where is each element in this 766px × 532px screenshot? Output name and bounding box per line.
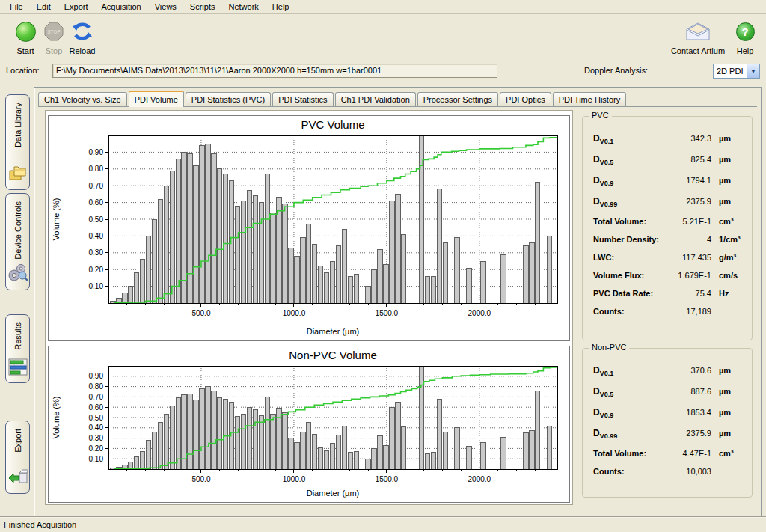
svg-text:0.20: 0.20 bbox=[89, 444, 104, 453]
tab-pdi-volume[interactable]: PDI Volume bbox=[129, 91, 184, 107]
stat-value: 5.21E-1 bbox=[664, 217, 711, 226]
sidebar-button-data-library[interactable]: Data Library bbox=[5, 94, 30, 190]
doppler-analysis-value: 2D PDI bbox=[714, 64, 747, 78]
chevron-down-icon[interactable]: ▼ bbox=[747, 64, 759, 78]
svg-text:0.10: 0.10 bbox=[89, 455, 104, 463]
stat-value: 2375.9 bbox=[664, 429, 711, 438]
stat-value: 117.435 bbox=[664, 253, 711, 262]
menu-item-help[interactable]: Help bbox=[266, 1, 296, 13]
doppler-analysis-dropdown[interactable]: 2D PDI ▼ bbox=[713, 64, 760, 79]
start-icon bbox=[16, 22, 36, 42]
svg-text:0.20: 0.20 bbox=[89, 266, 104, 274]
stat-unit: µm bbox=[711, 366, 747, 375]
stat-label-d: DV0.1 bbox=[593, 365, 613, 376]
tab-pdi-statistics[interactable]: PDI Statistics bbox=[272, 92, 333, 106]
location-path-field[interactable]: F:\My Documents\AIMS Data\2013\2013\11\2… bbox=[52, 64, 497, 78]
svg-text:2000.0: 2000.0 bbox=[468, 309, 491, 317]
svg-text:1500.0: 1500.0 bbox=[376, 475, 399, 483]
menu-item-acquisition[interactable]: Acquisition bbox=[95, 1, 148, 13]
stat-unit: cm³ bbox=[711, 449, 747, 458]
stat-label: DV0.5 bbox=[593, 154, 664, 166]
svg-text:0.90: 0.90 bbox=[89, 148, 104, 156]
stat-row: DV0.91853.4µm bbox=[593, 407, 747, 428]
stat-value: 75.4 bbox=[664, 289, 711, 298]
pvc-volume-chart: 0.100.200.300.400.500.600.700.800.90500.… bbox=[49, 116, 569, 340]
groupbox-rows: DV0.1342.3µmDV0.5825.4µmDV0.91794.1µmDV0… bbox=[593, 133, 747, 325]
non-pvc-volume-chart-panel: 0.100.200.300.400.500.600.700.800.90500.… bbox=[48, 346, 570, 503]
help-label: Help bbox=[737, 46, 754, 55]
stat-unit: µm bbox=[711, 387, 747, 396]
svg-text:0.70: 0.70 bbox=[89, 182, 104, 190]
svg-text:1000.0: 1000.0 bbox=[283, 475, 306, 483]
location-label: Location: bbox=[6, 66, 40, 75]
groupbox-non-pvc: Non-PVCDV0.1370.6µmDV0.5887.6µmDV0.91853… bbox=[582, 348, 753, 498]
stat-value: 10,003 bbox=[664, 467, 711, 476]
folders-icon bbox=[7, 164, 28, 183]
menu-item-edit[interactable]: Edit bbox=[30, 1, 58, 13]
stat-row: Number Density:41/cm³ bbox=[593, 235, 747, 253]
contact-artium-label: Contact Artium bbox=[671, 46, 725, 55]
svg-text:0.30: 0.30 bbox=[89, 434, 104, 442]
stat-unit: µm bbox=[711, 155, 747, 164]
groupbox-rows: DV0.1370.6µmDV0.5887.6µmDV0.91853.4µmDV0… bbox=[593, 365, 747, 485]
pvc-volume-chart-panel: 0.100.200.300.400.500.600.700.800.90500.… bbox=[48, 115, 570, 341]
contact-artium-button[interactable]: Contact Artium bbox=[669, 19, 727, 55]
gears-icon bbox=[7, 263, 28, 283]
menu-item-network[interactable]: Network bbox=[221, 1, 265, 13]
stat-label: PVC Data Rate: bbox=[593, 289, 664, 298]
svg-text:500.0: 500.0 bbox=[192, 309, 210, 317]
menu-item-scripts[interactable]: Scripts bbox=[183, 1, 222, 13]
tab-pdi-statistics-pvc-[interactable]: PDI Statistics (PVC) bbox=[186, 92, 271, 106]
sidebar-button-results[interactable]: Results bbox=[5, 314, 30, 383]
stat-unit: µm bbox=[711, 176, 747, 185]
svg-text:Non-PVC Volume: Non-PVC Volume bbox=[289, 349, 377, 361]
menu-item-export[interactable]: Export bbox=[58, 1, 95, 13]
tab-processor-settings[interactable]: Processor Settings bbox=[417, 92, 498, 106]
tab-bar: Ch1 Velocity vs. SizePDI VolumePDI Stati… bbox=[38, 91, 757, 107]
svg-text:Volume (%): Volume (%) bbox=[52, 198, 61, 241]
svg-text:0.90: 0.90 bbox=[89, 372, 104, 380]
tab-ch1-pdi-validation[interactable]: Ch1 PDI Validation bbox=[335, 92, 416, 106]
stat-value: 4 bbox=[664, 235, 711, 244]
reload-label: Reload bbox=[70, 46, 96, 55]
sidebar-button-export[interactable]: Export bbox=[5, 421, 30, 494]
menu-item-file[interactable]: File bbox=[3, 1, 30, 13]
stat-label: DV0.1 bbox=[593, 365, 664, 377]
svg-text:0.80: 0.80 bbox=[89, 165, 104, 173]
svg-text:0.30: 0.30 bbox=[89, 248, 104, 257]
svg-text:2000.0: 2000.0 bbox=[468, 475, 491, 483]
svg-text:0.10: 0.10 bbox=[89, 282, 104, 290]
stat-value: 887.6 bbox=[664, 387, 711, 396]
svg-text:STOP: STOP bbox=[47, 29, 61, 34]
groupbox-pvc: PVCDV0.1342.3µmDV0.5825.4µmDV0.91794.1µm… bbox=[582, 116, 753, 340]
tab-ch1-velocity-vs-size[interactable]: Ch1 Velocity vs. Size bbox=[38, 92, 127, 106]
tab-pdi-optics[interactable]: PDI Optics bbox=[500, 92, 551, 106]
menu-item-views[interactable]: Views bbox=[148, 1, 183, 13]
stat-label: DV0.1 bbox=[593, 133, 664, 145]
stat-label-d: DV0.5 bbox=[593, 386, 613, 397]
stat-label-d: DV0.99 bbox=[593, 428, 617, 438]
tab-pdi-time-history[interactable]: PDI Time History bbox=[553, 92, 627, 106]
svg-text:0.40: 0.40 bbox=[89, 424, 104, 432]
stat-label: Counts: bbox=[593, 307, 664, 316]
svg-text:1000.0: 1000.0 bbox=[283, 309, 306, 317]
stat-value: 1853.4 bbox=[664, 408, 711, 417]
sidebar-button-label: Data Library bbox=[13, 103, 22, 147]
stat-value: 342.3 bbox=[664, 134, 711, 143]
stat-row: DV0.1370.6µm bbox=[593, 365, 747, 386]
svg-text:0.60: 0.60 bbox=[89, 403, 104, 412]
stat-unit: cm³ bbox=[711, 217, 747, 226]
sidebar-button-device-controls[interactable]: Device Controls bbox=[5, 193, 30, 290]
stat-row: Total Volume:5.21E-1cm³ bbox=[593, 217, 747, 235]
help-icon: ? bbox=[736, 22, 755, 41]
stat-label: Volume Flux: bbox=[593, 271, 664, 280]
stat-unit: cm/s bbox=[711, 271, 747, 280]
svg-text:500.0: 500.0 bbox=[192, 475, 210, 483]
reload-button[interactable]: Reload bbox=[63, 19, 102, 55]
stat-unit: µm bbox=[711, 134, 747, 143]
stat-row: Total Volume:4.47E-1cm³ bbox=[593, 449, 747, 467]
status-text: Finished Acquisition bbox=[4, 520, 76, 529]
stop-icon: STOP bbox=[43, 21, 64, 42]
side-navigation-strip: Data LibraryDevice ControlsResultsExport bbox=[0, 87, 34, 516]
help-button[interactable]: ? Help bbox=[732, 19, 759, 55]
